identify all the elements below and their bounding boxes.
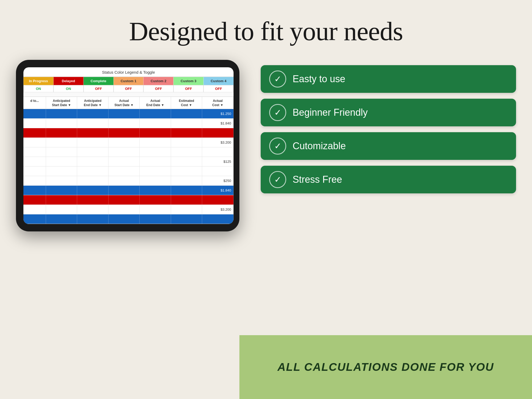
cell-est-cost <box>171 176 202 185</box>
cell-ant-start <box>46 176 77 185</box>
checkmark-icon: ✓ <box>274 108 281 117</box>
cell-task <box>23 157 46 166</box>
cell-ant-start <box>46 138 77 147</box>
col-header-est-cost: EstimatedCost ▼ <box>171 97 202 109</box>
feature-icon-beginner: ✓ <box>269 104 286 121</box>
cell-act-start <box>109 205 140 214</box>
toggle-custom3[interactable]: OFF <box>173 85 203 92</box>
page-wrapper: Designed to fit your needs Status Color … <box>0 0 532 399</box>
status-labels-row: In Progress Delayed Complete Custom 1 Cu… <box>23 77 234 85</box>
cell-act-start <box>109 167 140 176</box>
status-in-progress: In Progress <box>23 77 53 85</box>
table-row: $3.200 <box>23 138 234 147</box>
cell-est-cost <box>171 195 202 205</box>
cell-ant-end <box>77 128 109 138</box>
status-custom2: Custom 2 <box>143 77 173 85</box>
spreadsheet: Status Color Legend & Toggle In Progress… <box>23 67 234 224</box>
table-row: $125 <box>23 157 234 167</box>
cell-ant-start <box>46 214 77 224</box>
cell-act-start <box>109 157 140 166</box>
cell-act-start <box>109 176 140 185</box>
cell-act-cost: $250 <box>202 176 234 185</box>
table-row: $3.200 <box>23 205 234 214</box>
features-list: ✓ Easty to use ✓ Beginner Friendly ✓ Cut… <box>261 65 516 193</box>
cell-ant-end <box>77 186 109 195</box>
feature-label-beginner: Beginner Friendly <box>293 107 368 118</box>
cell-act-end <box>140 138 171 147</box>
cell-task <box>23 205 46 214</box>
feature-item-custom: ✓ Cutomizable <box>261 132 516 160</box>
cell-ant-start <box>46 195 77 205</box>
cell-task <box>23 138 46 147</box>
cell-ant-start <box>46 109 77 118</box>
col-header-ant-end: AnticipatedEnd Date ▼ <box>77 97 109 109</box>
cell-act-cost <box>202 147 234 157</box>
col-header-act-cost: ActualCost ▼ <box>202 97 234 109</box>
cell-task <box>23 109 46 118</box>
cell-act-cost: $125 <box>202 157 234 166</box>
cell-ant-end <box>77 138 109 147</box>
cell-ant-start <box>46 205 77 214</box>
feature-icon-custom: ✓ <box>269 138 286 155</box>
page-title: Designed to fit your needs <box>0 16 532 47</box>
cell-act-end <box>140 205 171 214</box>
feature-item-beginner: ✓ Beginner Friendly <box>261 99 516 126</box>
toggle-custom2[interactable]: OFF <box>143 85 173 92</box>
toggle-in-progress[interactable]: ON <box>23 85 53 92</box>
cell-est-cost <box>171 128 202 138</box>
cell-est-cost <box>171 186 202 195</box>
cell-act-start <box>109 186 140 195</box>
feature-icon-stress: ✓ <box>269 171 286 188</box>
cell-task <box>23 176 46 185</box>
cell-act-start <box>109 119 140 128</box>
cell-act-end <box>140 195 171 205</box>
cell-ant-start <box>46 157 77 166</box>
cell-ant-start <box>46 128 77 138</box>
features-panel: ✓ Easty to use ✓ Beginner Friendly ✓ Cut… <box>261 60 516 209</box>
cell-act-end <box>140 119 171 128</box>
cell-act-cost: $1.250 <box>202 109 234 118</box>
toggle-delayed[interactable]: ON <box>53 85 84 92</box>
table-row: $250 <box>23 176 234 186</box>
table-row <box>23 195 234 205</box>
cell-act-end <box>140 186 171 195</box>
col-header-task: d to... <box>23 97 46 109</box>
tablet-screen: Status Color Legend & Toggle In Progress… <box>23 67 234 224</box>
tablet-container: Status Color Legend & Toggle In Progress… <box>16 60 245 231</box>
cell-act-end <box>140 157 171 166</box>
cell-task <box>23 186 46 195</box>
toggle-custom4[interactable]: OFF <box>203 85 234 92</box>
toggle-complete[interactable]: OFF <box>84 85 114 92</box>
table-row: $1.250 <box>23 109 234 119</box>
cell-ant-end <box>77 176 109 185</box>
col-header-act-end: ActualEnd Date ▼ <box>140 97 171 109</box>
cell-est-cost <box>171 167 202 176</box>
cell-act-cost: $3.200 <box>202 138 234 147</box>
feature-icon-easy: ✓ <box>269 70 286 88</box>
cell-act-cost <box>202 214 234 224</box>
column-header-row: d to... AnticipatedStart Date ▼ Anticipa… <box>23 97 234 109</box>
cell-act-end <box>140 167 171 176</box>
table-row <box>23 167 234 176</box>
status-custom4: Custom 4 <box>203 77 234 85</box>
calculations-text: ALL CALCULATIONS DONE FOR YOU <box>277 361 494 373</box>
header: Designed to fit your needs <box>0 0 532 60</box>
toggle-row: ON ON OFF OFF OFF OFF OFF <box>23 85 234 92</box>
cell-ant-end <box>77 205 109 214</box>
cell-act-end <box>140 214 171 224</box>
cell-est-cost <box>171 205 202 214</box>
cell-est-cost <box>171 109 202 118</box>
cell-task <box>23 195 46 205</box>
cell-est-cost <box>171 157 202 166</box>
toggle-custom1[interactable]: OFF <box>114 85 144 92</box>
cell-act-cost <box>202 167 234 176</box>
cell-act-cost: $3.200 <box>202 205 234 214</box>
cell-act-start <box>109 195 140 205</box>
cell-act-cost <box>202 128 234 138</box>
cell-act-end <box>140 147 171 157</box>
cell-est-cost <box>171 214 202 224</box>
feature-label-custom: Cutomizable <box>293 140 346 152</box>
cell-ant-start <box>46 119 77 128</box>
cell-ant-end <box>77 195 109 205</box>
col-header-act-start: ActualStart Date ▼ <box>109 97 140 109</box>
